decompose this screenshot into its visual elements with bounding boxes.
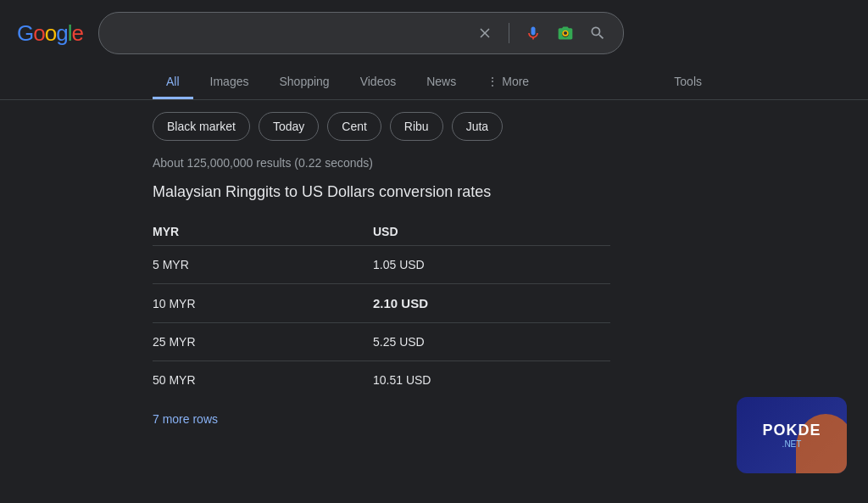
usd-value: 10.51 USD [373,373,610,387]
chip-black-market[interactable]: Black market [153,112,250,141]
tab-tools[interactable]: Tools [660,66,715,99]
chip-juta[interactable]: Juta [452,112,503,141]
table-row: 25 MYR 5.25 USD [153,322,610,360]
filter-chips: Black market Today Cent Ribu Juta [0,100,868,153]
column-usd-header: USD [373,225,610,238]
conversion-title: Malaysian Ringgits to US Dollars convers… [153,183,715,201]
results-count: About 125,000,000 results (0.22 seconds) [153,156,715,170]
table-row: 5 MYR 1.05 USD [153,245,610,283]
header: Google 10 myr to usd [0,0,868,66]
search-bar: 10 myr to usd [98,12,624,54]
search-tabs: All Images Shopping Videos News ⋮ More T… [0,66,868,100]
more-dots-icon: ⋮ [487,75,498,88]
clear-search-button[interactable] [473,21,497,45]
voice-search-button[interactable] [521,21,545,45]
table-header: MYR USD [153,218,610,245]
column-myr-header: MYR [153,225,373,238]
myr-value: 25 MYR [153,335,373,349]
divider [509,23,509,43]
pokde-text: POKDE [762,422,821,439]
tab-images[interactable]: Images [197,66,263,99]
more-rows-link[interactable]: 7 more rows [153,399,610,439]
pokde-net: .NET [782,439,802,449]
tab-shopping[interactable]: Shopping [265,66,342,99]
tab-videos[interactable]: Videos [347,66,410,99]
chip-cent[interactable]: Cent [327,112,381,141]
usd-value: 5.25 USD [373,335,610,349]
svg-point-0 [563,31,568,36]
tab-all[interactable]: All [153,66,193,99]
google-logo[interactable]: Google [17,20,85,47]
search-input[interactable]: 10 myr to usd [113,25,465,41]
myr-value: 10 MYR [153,297,373,310]
myr-value: 50 MYR [153,373,373,387]
usd-value: 1.05 USD [373,258,610,271]
chip-ribu[interactable]: Ribu [390,112,443,141]
myr-value: 5 MYR [153,258,373,271]
usd-value: 2.10 USD [373,296,610,310]
table-row: 10 MYR 2.10 USD [153,283,610,322]
search-button[interactable] [586,21,609,45]
pokde-watermark: POKDE .NET [732,393,851,478]
conversion-table: MYR USD 5 MYR 1.05 USD 10 MYR 2.10 USD 2… [153,218,610,439]
chip-today[interactable]: Today [259,112,319,141]
pokde-badge: POKDE .NET [737,397,847,473]
tab-more[interactable]: ⋮ More [473,66,542,99]
tab-news[interactable]: News [413,66,470,99]
image-search-button[interactable] [554,21,577,45]
search-action-icons [473,21,609,45]
table-row: 50 MYR 10.51 USD [153,360,610,399]
